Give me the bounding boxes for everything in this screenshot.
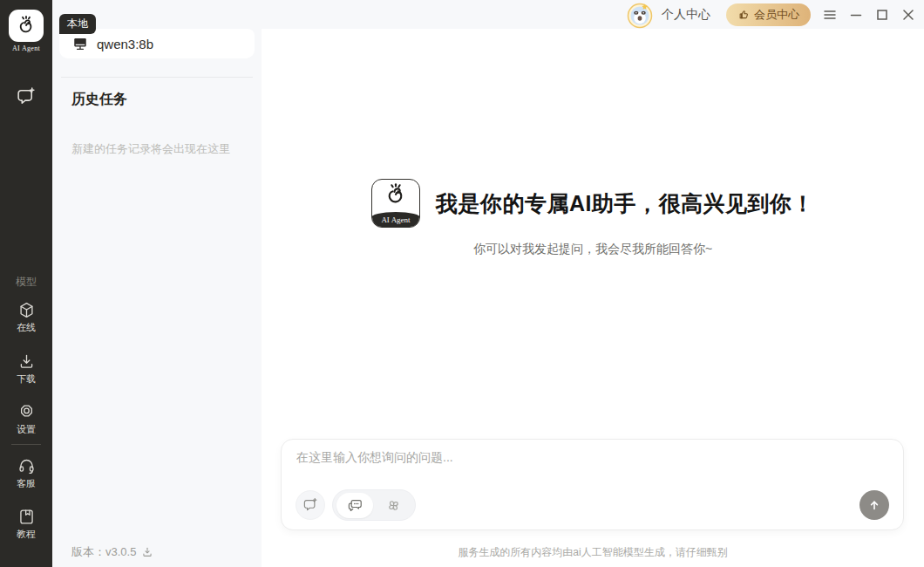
download-icon xyxy=(17,352,36,371)
minimize-button[interactable] xyxy=(849,8,863,22)
question-input[interactable] xyxy=(296,450,889,487)
close-icon xyxy=(901,8,915,22)
app-window: AI Agent 模型 在线 xyxy=(0,0,924,567)
composer-toolbar xyxy=(296,489,889,521)
hero-logo-band: AI Agent xyxy=(371,212,420,228)
panel-divider xyxy=(61,77,253,78)
new-chat-icon xyxy=(302,497,319,514)
title-bar: 个人中心 会员中心 xyxy=(262,0,924,29)
version-info: 版本：v3.0.5 xyxy=(71,544,153,560)
pinwheel-icon xyxy=(385,497,402,514)
mode-toggle-group xyxy=(332,489,416,521)
app-logo-label: AI Agent xyxy=(0,44,52,52)
icon-rail: AI Agent 模型 在线 xyxy=(0,0,52,567)
new-conversation-button[interactable] xyxy=(296,490,325,520)
sidebar-item-settings[interactable]: 设置 xyxy=(0,403,52,436)
mode-chat-option[interactable] xyxy=(336,493,373,518)
send-button[interactable] xyxy=(859,490,889,520)
sidebar-item-label: 教程 xyxy=(0,528,52,541)
gear-icon xyxy=(17,403,36,421)
book-icon xyxy=(17,508,36,526)
model-name: qwen3:8b xyxy=(97,37,153,51)
sidebar-item-label: 下载 xyxy=(0,372,52,386)
ai-disclaimer: 服务生成的所有内容均由ai人工智能模型生成，请仔细甄别 xyxy=(262,545,924,560)
history-title: 历史任务 xyxy=(71,91,127,109)
monitor-icon xyxy=(72,36,88,51)
hand-snap-icon xyxy=(15,15,37,38)
cube-icon xyxy=(17,301,36,319)
chat-bubbles-icon xyxy=(347,497,363,514)
avatar[interactable] xyxy=(627,3,653,29)
sidebar-item-tutorial[interactable]: 教程 xyxy=(0,508,52,541)
rail-divider xyxy=(11,444,41,445)
main-content: AI Agent 我是你的专属AI助手，很高兴见到你！ 你可以对我发起提问，我会… xyxy=(262,29,924,567)
profile-center-link[interactable]: 个人中心 xyxy=(662,7,710,23)
maximize-icon xyxy=(875,8,889,22)
welcome-subtitle: 你可以对我发起提问，我会尽我所能回答你~ xyxy=(262,242,924,257)
sidebar-item-label: 客服 xyxy=(0,477,52,490)
mode-agent-option[interactable] xyxy=(375,493,411,518)
thumb-up-icon xyxy=(737,9,750,21)
sidebar-item-download[interactable]: 下载 xyxy=(0,352,52,386)
new-chat-button[interactable] xyxy=(0,86,52,108)
membership-center-label: 会员中心 xyxy=(754,7,799,23)
close-button[interactable] xyxy=(901,8,915,22)
arrow-up-icon xyxy=(866,497,882,513)
sidebar-item-support[interactable]: 客服 xyxy=(0,457,52,490)
app-logo: AI Agent xyxy=(0,10,52,52)
sidebar-item-online[interactable]: 在线 xyxy=(0,301,52,334)
welcome-hero: AI Agent 我是你的专属AI助手，很高兴见到你！ xyxy=(262,179,924,228)
hand-snap-icon xyxy=(372,182,419,208)
headset-icon xyxy=(17,457,36,475)
hero-logo-label: AI Agent xyxy=(381,215,410,224)
history-empty-hint: 新建的任务记录将会出现在这里 xyxy=(71,141,230,157)
hero-logo: AI Agent xyxy=(371,179,420,228)
hamburger-icon xyxy=(823,8,837,22)
maximize-button[interactable] xyxy=(875,8,889,22)
membership-center-button[interactable]: 会员中心 xyxy=(726,3,811,26)
welcome-title: 我是你的专属AI助手，很高兴见到你！ xyxy=(436,189,814,218)
version-label: 版本：v3.0.5 xyxy=(71,544,136,560)
sidebar-item-label: 在线 xyxy=(0,321,52,334)
app-logo-icon xyxy=(9,10,44,42)
model-scope-badge: 本地 xyxy=(59,14,96,34)
new-chat-icon xyxy=(16,86,37,108)
update-download-icon[interactable] xyxy=(141,546,153,558)
history-panel: 本地 qwen3:8b 历史任务 新建的任务记录将会出现在这里 版本：v3.0.… xyxy=(52,0,262,567)
minimize-icon xyxy=(849,8,863,22)
composer-card xyxy=(281,439,904,530)
rail-section-models: 模型 xyxy=(0,275,52,290)
menu-button[interactable] xyxy=(823,8,837,22)
sidebar-item-label: 设置 xyxy=(0,423,52,436)
